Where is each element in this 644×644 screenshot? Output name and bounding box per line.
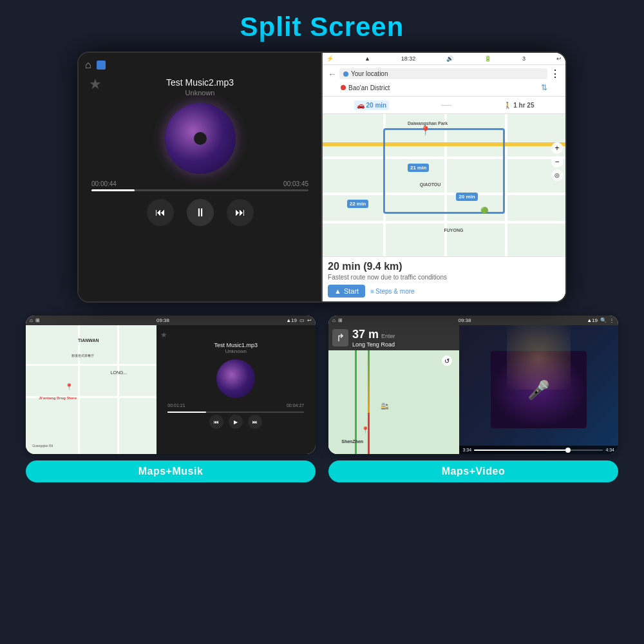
mini-star-icon[interactable]: ★: [160, 330, 167, 339]
mini-controls: ⏮ ▶ ⏭: [209, 415, 262, 429]
video-scrubber[interactable]: [565, 448, 571, 453]
refresh-button[interactable]: ↺: [442, 355, 452, 366]
map-background: 📍 🟢 21 min 22 min 20 min Daiwangshan Par…: [323, 114, 565, 256]
mini-top-bar-left: ⌂ ⊞ 09:38 ▲19 ▭ ↩: [26, 316, 316, 325]
route-summary: 20 min (9.4 km): [328, 261, 560, 272]
your-location-text: Your location: [351, 70, 388, 77]
performer-icon: 🎤: [527, 379, 550, 401]
end-pin: 🟢: [480, 207, 488, 214]
route-divider: —: [441, 99, 451, 111]
prev-button[interactable]: ⏮: [147, 199, 174, 226]
swap-icon[interactable]: ⇅: [541, 83, 547, 92]
music-artist: Unknown: [185, 89, 215, 97]
maps-search-bar: ← Your location ⋮ Bao'an District ⇅: [323, 65, 565, 97]
music-top-bar: ⌂: [85, 59, 315, 71]
nav-action: Enter: [381, 333, 395, 339]
car-route-option[interactable]: 🚗 20 min: [354, 100, 390, 110]
mini-progress-bar[interactable]: [167, 412, 304, 413]
mini-time-left: 09:38: [156, 317, 169, 323]
star-icon[interactable]: ★: [89, 76, 102, 93]
map-action-row: ▲ Start ≡ Steps & more: [328, 285, 560, 298]
next-button[interactable]: ⏭: [227, 199, 254, 226]
mini-time-total: 00:04:27: [287, 403, 304, 408]
page-title: Split Screen: [240, 12, 404, 43]
progress-bar[interactable]: [91, 189, 308, 191]
mini-screen-icon: ▭: [299, 317, 305, 323]
battery-level: 3: [522, 55, 526, 62]
bottom-section: ⌂ ⊞ 09:38 ▲19 ▭ ↩ TIANWAN LONG...: [26, 316, 618, 454]
mini-content-left: TIANWAN LONG... Ji'antang Drug Store 新港意…: [26, 325, 316, 454]
mini-road-v2: [117, 325, 119, 454]
nav-distance-row: 37 m Enter: [352, 328, 395, 341]
car-icon: 🚗: [357, 102, 365, 109]
mini-pin: 📍: [65, 383, 73, 390]
mini-time-current: 00:01:21: [167, 403, 185, 408]
progress-section: 00:00:44 00:03:45: [85, 180, 315, 191]
locate-button[interactable]: ◎: [551, 169, 563, 181]
mini-album-art: [216, 359, 255, 398]
maps-video-label: Maps+Video: [328, 460, 618, 482]
mini-screen-left: ⌂ ⊞ 09:38 ▲19 ▭ ↩ TIANWAN LONG...: [26, 316, 316, 454]
mini-right-icons: ⌂ ⊞: [332, 317, 343, 323]
mini-road-h1: [26, 364, 156, 366]
steps-button[interactable]: ≡ Steps & more: [370, 288, 414, 295]
mini-content-right: ↱ 37 m Enter Long Teng Road: [328, 325, 618, 454]
map-label-community: QIAOTOU: [420, 182, 441, 187]
maps-status-bar: ⚡ ▲ 18:32 🔊 🔋 3 ↩: [323, 53, 565, 65]
video-time-total: 4:34: [605, 448, 614, 452]
mini-screen-right: ⌂ ⊞ 09:38 ▲19 🔍 ⋮ ↱ 37 m: [328, 316, 618, 454]
map-view[interactable]: 📍 🟢 21 min 22 min 20 min Daiwangshan Par…: [323, 114, 565, 256]
mini-time-right: 09:38: [458, 317, 471, 323]
back-icon[interactable]: ↩: [556, 55, 562, 62]
mini-home-icon: ⌂: [30, 317, 33, 323]
nav-info: 37 m Enter Long Teng Road: [352, 328, 395, 348]
time-current: 00:00:44: [91, 180, 117, 187]
destination-dot: [341, 85, 346, 90]
route-path: [383, 128, 504, 214]
time-bubble-22: 22 min: [347, 200, 368, 208]
mini-more-icon[interactable]: ⋮: [609, 317, 614, 323]
nav-turn-icon: ↱: [332, 329, 348, 346]
pause-button[interactable]: ⏸: [187, 199, 214, 226]
video-progress-bar[interactable]: [474, 450, 603, 451]
nav-distance: 37 m: [352, 328, 379, 341]
mini-tea-label: 新港意式茶餐厅: [71, 354, 94, 357]
walk-route-time: 1 hr 25: [513, 102, 534, 109]
maps-back-button[interactable]: ←: [328, 69, 337, 79]
music-title: Test Music2.mp3: [166, 77, 234, 88]
walk-route-option[interactable]: 🚶 1 hr 25: [504, 102, 534, 109]
home-icon[interactable]: ⌂: [85, 59, 91, 71]
mini-back-left[interactable]: ↩: [307, 317, 312, 323]
mini-signal-r: ▲19: [587, 317, 598, 323]
destination-row: Bao'an District ⇅: [328, 82, 560, 93]
end-pin-nav: 📍: [361, 426, 369, 433]
mini-road-v1: [78, 325, 80, 454]
mini2-nav-panel: ↱ 37 m Enter Long Teng Road: [328, 325, 459, 454]
video-controls-bar: 3:34 4:34: [459, 446, 619, 454]
battery-icon: 🔋: [484, 55, 491, 62]
nav-city-label: ShenZhen: [341, 439, 363, 444]
time-bubble-21: 21 min: [408, 164, 429, 172]
mini-search-icon[interactable]: 🔍: [600, 317, 607, 323]
progress-fill: [91, 189, 135, 191]
location-input[interactable]: Your location: [339, 68, 547, 79]
mini-top-bar-right: ⌂ ⊞ 09:38 ▲19 🔍 ⋮: [328, 316, 618, 325]
mini-next-button[interactable]: ⏭: [248, 415, 262, 429]
zoom-in-button[interactable]: +: [551, 142, 563, 154]
mini-city-label1: TIANWAN: [78, 338, 99, 343]
more-icon[interactable]: ⋮: [550, 68, 560, 80]
search-row: ← Your location ⋮: [328, 68, 560, 80]
mini-music-title: Test Music1.mp3: [214, 342, 258, 348]
mini-progress-fill: [167, 412, 205, 413]
start-pin: 📍: [420, 126, 431, 136]
mini-prev-button[interactable]: ⏮: [209, 415, 223, 429]
mini-play-button[interactable]: ▶: [229, 415, 243, 429]
start-button[interactable]: ▲ Start: [328, 285, 365, 298]
zoom-out-button[interactable]: −: [551, 156, 563, 167]
map-bottom: 20 min (9.4 km) Fastest route now due to…: [323, 256, 565, 301]
mini-signal: ▲19: [286, 317, 297, 323]
steps-dot: ≡: [370, 288, 374, 295]
start-label: Start: [344, 287, 359, 295]
route-line2: [355, 350, 357, 454]
mini-apps-icon-r: ⊞: [338, 317, 343, 323]
